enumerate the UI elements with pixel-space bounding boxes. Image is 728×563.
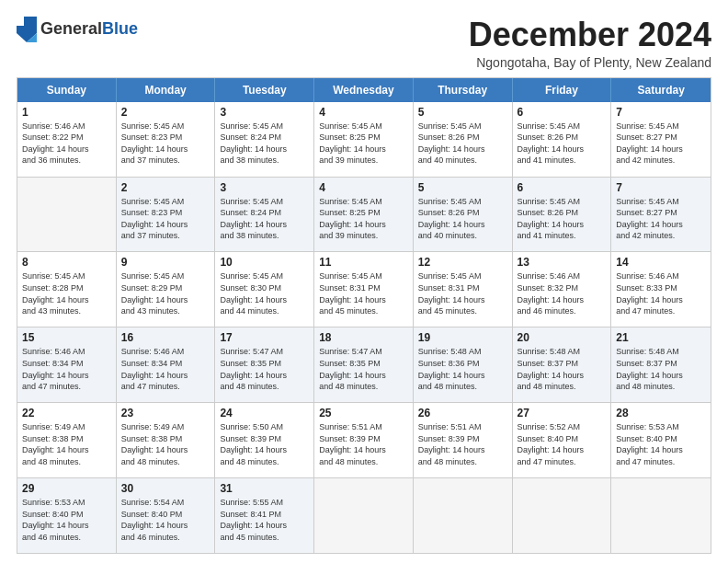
cell-5-2: 31Sunrise: 5:55 AM Sunset: 8:41 PM Dayli… [215,478,314,553]
day-num-1-6: 7 [616,181,706,194]
cell-info-3-3: Sunrise: 5:47 AM Sunset: 8:35 PM Dayligh… [319,346,408,392]
cell-4-2: 24Sunrise: 5:50 AM Sunset: 8:39 PM Dayli… [215,403,314,477]
day-num-3-4: 19 [418,331,507,344]
page: GeneralBlue December 2024 Ngongotaha, Ba… [0,0,728,563]
day-num-4-1: 23 [121,407,210,419]
cell-info-4-6: Sunrise: 5:53 AM Sunset: 8:40 PM Dayligh… [616,421,706,467]
cell-info-0-1: Sunrise: 5:45 AM Sunset: 8:23 PM Dayligh… [121,121,210,167]
cell-3-2: 17Sunrise: 5:47 AM Sunset: 8:35 PM Dayli… [215,327,314,402]
cell-1-0 [17,178,117,252]
header-thursday: Thursday [414,78,513,102]
day-num-1-3: 4 [319,181,408,194]
cell-info-0-4: Sunrise: 5:45 AM Sunset: 8:26 PM Dayligh… [418,121,507,167]
cell-5-6 [611,478,711,553]
cell-info-0-6: Sunrise: 5:45 AM Sunset: 8:27 PM Dayligh… [616,121,706,167]
cell-info-3-5: Sunrise: 5:48 AM Sunset: 8:37 PM Dayligh… [518,346,607,392]
cell-3-4: 19Sunrise: 5:48 AM Sunset: 8:36 PM Dayli… [414,327,513,402]
cell-info-1-4: Sunrise: 5:45 AM Sunset: 8:26 PM Dayligh… [418,196,507,242]
day-num-0-6: 7 [616,106,706,119]
calendar-body: 1Sunrise: 5:46 AM Sunset: 8:22 PM Daylig… [17,102,711,553]
cell-info-1-2: Sunrise: 5:45 AM Sunset: 8:24 PM Dayligh… [220,196,309,242]
cell-4-0: 22Sunrise: 5:49 AM Sunset: 8:38 PM Dayli… [17,403,117,477]
cell-info-3-0: Sunrise: 5:46 AM Sunset: 8:34 PM Dayligh… [22,346,111,392]
cell-info-4-2: Sunrise: 5:50 AM Sunset: 8:39 PM Dayligh… [220,421,309,467]
day-num-0-1: 2 [121,106,210,119]
cell-5-3 [314,478,414,553]
cell-2-4: 12Sunrise: 5:45 AM Sunset: 8:31 PM Dayli… [414,252,513,327]
cell-4-6: 28Sunrise: 5:53 AM Sunset: 8:40 PM Dayli… [611,403,711,477]
cell-1-2: 3Sunrise: 5:45 AM Sunset: 8:24 PM Daylig… [215,178,314,252]
day-num-3-6: 21 [616,331,706,344]
day-num-0-0: 1 [22,106,111,119]
cell-0-0: 1Sunrise: 5:46 AM Sunset: 8:22 PM Daylig… [17,102,117,177]
cell-1-3: 4Sunrise: 5:45 AM Sunset: 8:25 PM Daylig… [314,178,414,252]
month-title: December 2024 [469,17,711,53]
cell-2-6: 14Sunrise: 5:46 AM Sunset: 8:33 PM Dayli… [611,252,711,327]
calendar-row-2: 8Sunrise: 5:45 AM Sunset: 8:28 PM Daylig… [17,251,711,327]
cell-3-6: 21Sunrise: 5:48 AM Sunset: 8:37 PM Dayli… [611,327,711,402]
header-sunday: Sunday [17,78,117,102]
day-num-2-4: 12 [418,256,507,269]
day-num-2-5: 13 [518,256,607,269]
cell-2-2: 10Sunrise: 5:45 AM Sunset: 8:30 PM Dayli… [215,252,314,327]
day-num-1-5: 6 [518,181,607,194]
cell-4-4: 26Sunrise: 5:51 AM Sunset: 8:39 PM Dayli… [414,403,513,477]
header-saturday: Saturday [611,78,711,102]
day-num-4-0: 22 [22,407,111,419]
day-num-4-5: 27 [518,407,607,419]
cell-info-4-4: Sunrise: 5:51 AM Sunset: 8:39 PM Dayligh… [418,421,507,467]
cell-1-4: 5Sunrise: 5:45 AM Sunset: 8:26 PM Daylig… [414,178,513,252]
day-num-5-1: 30 [121,482,210,495]
cell-info-2-5: Sunrise: 5:46 AM Sunset: 8:32 PM Dayligh… [518,270,607,316]
cell-info-3-4: Sunrise: 5:48 AM Sunset: 8:36 PM Dayligh… [418,346,507,392]
day-num-4-2: 24 [220,407,309,419]
day-num-4-4: 26 [418,407,507,419]
cell-info-2-1: Sunrise: 5:45 AM Sunset: 8:29 PM Dayligh… [121,270,210,316]
day-num-2-6: 14 [616,256,706,269]
cell-info-4-0: Sunrise: 5:49 AM Sunset: 8:38 PM Dayligh… [22,421,111,467]
cell-3-0: 15Sunrise: 5:46 AM Sunset: 8:34 PM Dayli… [17,327,117,402]
day-num-0-3: 4 [319,106,408,119]
cell-2-5: 13Sunrise: 5:46 AM Sunset: 8:32 PM Dayli… [513,252,612,327]
cell-2-1: 9Sunrise: 5:45 AM Sunset: 8:29 PM Daylig… [117,252,216,327]
calendar-header: Sunday Monday Tuesday Wednesday Thursday… [17,78,711,102]
calendar-row-1: 2Sunrise: 5:45 AM Sunset: 8:23 PM Daylig… [17,177,711,252]
day-num-2-3: 11 [319,256,408,269]
calendar-row-0: 1Sunrise: 5:46 AM Sunset: 8:22 PM Daylig… [17,102,711,177]
cell-info-4-1: Sunrise: 5:49 AM Sunset: 8:38 PM Dayligh… [121,421,210,467]
day-num-2-0: 8 [22,256,111,269]
day-num-0-4: 5 [418,106,507,119]
header-monday: Monday [117,78,216,102]
day-num-5-0: 29 [22,482,111,495]
day-num-2-2: 10 [220,256,309,269]
cell-info-2-0: Sunrise: 5:45 AM Sunset: 8:28 PM Dayligh… [22,270,111,316]
cell-0-6: 7Sunrise: 5:45 AM Sunset: 8:27 PM Daylig… [611,102,711,177]
cell-info-4-3: Sunrise: 5:51 AM Sunset: 8:39 PM Dayligh… [319,421,408,467]
cell-1-1: 2Sunrise: 5:45 AM Sunset: 8:23 PM Daylig… [117,178,216,252]
cell-4-1: 23Sunrise: 5:49 AM Sunset: 8:38 PM Dayli… [117,403,216,477]
header-wednesday: Wednesday [314,78,414,102]
cell-0-3: 4Sunrise: 5:45 AM Sunset: 8:25 PM Daylig… [314,102,414,177]
cell-5-4 [414,478,513,553]
header: GeneralBlue December 2024 Ngongotaha, Ba… [17,17,711,70]
header-tuesday: Tuesday [215,78,314,102]
cell-3-1: 16Sunrise: 5:46 AM Sunset: 8:34 PM Dayli… [117,327,216,402]
cell-2-3: 11Sunrise: 5:45 AM Sunset: 8:31 PM Dayli… [314,252,414,327]
calendar: Sunday Monday Tuesday Wednesday Thursday… [17,77,711,554]
subtitle: Ngongotaha, Bay of Plenty, New Zealand [469,55,711,70]
cell-info-0-5: Sunrise: 5:45 AM Sunset: 8:26 PM Dayligh… [518,121,607,167]
day-num-1-1: 2 [121,181,210,194]
day-num-1-4: 5 [418,181,507,194]
day-num-4-6: 28 [616,407,706,419]
day-num-3-2: 17 [220,331,309,344]
cell-5-0: 29Sunrise: 5:53 AM Sunset: 8:40 PM Dayli… [17,478,117,553]
logo-general-text: General [40,19,102,38]
cell-3-3: 18Sunrise: 5:47 AM Sunset: 8:35 PM Dayli… [314,327,414,402]
day-num-2-1: 9 [121,256,210,269]
cell-info-1-6: Sunrise: 5:45 AM Sunset: 8:27 PM Dayligh… [616,196,706,242]
cell-info-2-3: Sunrise: 5:45 AM Sunset: 8:31 PM Dayligh… [319,270,408,316]
cell-5-5 [513,478,612,553]
cell-info-1-3: Sunrise: 5:45 AM Sunset: 8:25 PM Dayligh… [319,196,408,242]
cell-info-3-6: Sunrise: 5:48 AM Sunset: 8:37 PM Dayligh… [616,346,706,392]
day-num-0-2: 3 [220,106,309,119]
